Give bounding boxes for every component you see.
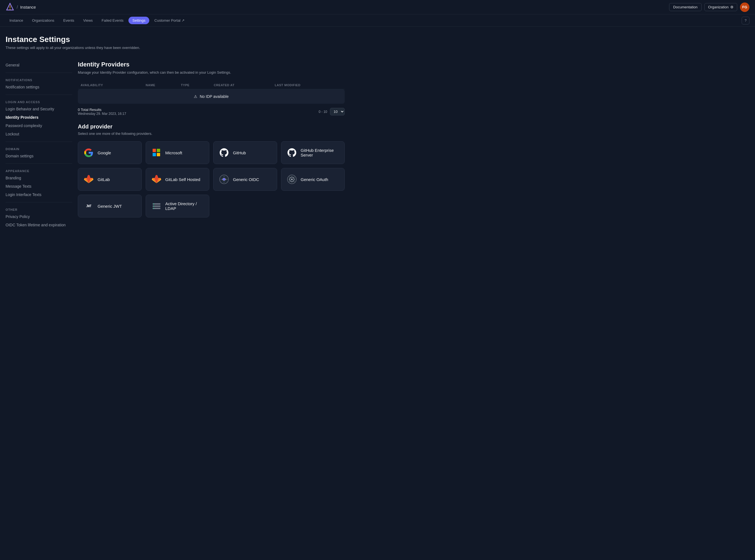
col-name: NAME (143, 81, 178, 89)
tab-organizations[interactable]: Organizations (28, 17, 58, 24)
provider-github-enterprise[interactable]: GitHub Enterprise Server (281, 141, 345, 164)
table-footer: 0 Total Results Wednesday 29. Mar 2023, … (78, 107, 345, 116)
jwt-label: Generic JWT (98, 204, 122, 208)
breadcrumb-sep: / (17, 5, 18, 10)
github-enterprise-label: GitHub Enterprise Server (301, 148, 339, 157)
topbar-right: Documentation Organization ⚙ FG (669, 2, 750, 12)
sidebar-item-password-complexity[interactable]: Password complexity (5, 121, 72, 130)
sidebar: General NOTIFICATIONS Notification setti… (5, 61, 72, 229)
svg-point-2 (10, 9, 11, 10)
organization-label: Organization (708, 5, 729, 9)
main-content: General NOTIFICATIONS Notification setti… (0, 53, 356, 238)
avatar[interactable]: FG (740, 2, 750, 12)
gitlab-icon (84, 174, 94, 184)
sidebar-item-lockout[interactable]: Lockout (5, 130, 72, 138)
github-icon (219, 148, 229, 158)
provider-generic-oauth[interactable]: Generic OAuth (281, 168, 345, 191)
logo-icon (5, 3, 15, 12)
external-link-icon: ↗ (182, 18, 185, 22)
sidebar-item-branding[interactable]: Branding (5, 174, 72, 182)
topbar-left: / Instance (5, 3, 36, 12)
provider-google[interactable]: Google (78, 141, 142, 164)
idp-table: AVAILABILITY NAME TYPE CREATED AT LAST M… (78, 81, 345, 89)
result-date: Wednesday 29. Mar 2023, 16:17 (78, 112, 126, 116)
provider-generic-oidc[interactable]: Generic OIDC (213, 168, 277, 191)
github-enterprise-icon (287, 148, 297, 158)
oidc-icon (219, 174, 229, 184)
sidebar-section-notifications: NOTIFICATIONS (5, 78, 72, 82)
content-area: Identity Providers Manage your Identity … (72, 61, 350, 229)
google-icon (84, 148, 94, 158)
gitlab-self-hosted-icon (151, 174, 162, 184)
provider-microsoft[interactable]: Microsoft (146, 141, 210, 164)
total-results: 0 Total Results (78, 107, 126, 112)
sidebar-item-login-interface-texts[interactable]: Login Interface Texts (5, 191, 72, 199)
gitlab-self-hosted-label: GitLab Self Hosted (165, 177, 200, 182)
provider-gitlab[interactable]: GitLab (78, 168, 142, 191)
sidebar-item-login-behavior[interactable]: Login Behavior and Security (5, 105, 72, 113)
provider-github[interactable]: GitHub (213, 141, 277, 164)
jwt-icon: JWT (84, 201, 94, 211)
identity-providers-title: Identity Providers (78, 61, 345, 68)
pagination-range: 0 - 10 (319, 110, 327, 114)
oauth-icon (287, 174, 297, 184)
provider-generic-jwt[interactable]: JWT Generic JWT (78, 195, 142, 217)
provider-gitlab-self-hosted[interactable]: GitLab Self Hosted (146, 168, 210, 191)
ldap-label: Active Directory / LDAP (165, 201, 204, 211)
sidebar-item-identity-providers[interactable]: Identity Providers (5, 113, 72, 121)
github-label: GitHub (233, 151, 246, 155)
sidebar-item-oidc-token[interactable]: OIDC Token lifetime and expiration (5, 221, 72, 229)
documentation-button[interactable]: Documentation (669, 3, 701, 11)
col-availability: AVAILABILITY (78, 81, 143, 89)
ldap-icon (151, 201, 162, 211)
microsoft-label: Microsoft (165, 151, 182, 155)
sidebar-item-domain-settings[interactable]: Domain settings (5, 152, 72, 160)
tab-events[interactable]: Events (59, 17, 78, 24)
oidc-label: Generic OIDC (233, 177, 259, 182)
col-last-modified: LAST MODIFIED (272, 81, 345, 89)
tab-settings[interactable]: Settings (128, 17, 149, 24)
svg-point-4 (223, 178, 225, 180)
sidebar-section-login: LOGIN AND ACCESS (5, 100, 72, 104)
tab-instance[interactable]: Instance (5, 17, 27, 24)
sidebar-section-appearance: APPEARANCE (5, 169, 72, 173)
sidebar-section-domain: DOMAIN (5, 147, 72, 151)
col-type: TYPE (178, 81, 211, 89)
gear-icon: ⚙ (730, 5, 734, 9)
no-idp-message: No IDP available (200, 94, 228, 99)
page-title: Instance Settings (5, 35, 750, 44)
google-label: Google (98, 151, 111, 155)
no-idp-row: ⚠ No IDP available (78, 89, 345, 104)
page-subtitle: These settings will apply to all your or… (5, 46, 750, 50)
sidebar-section-other: OTHER (5, 208, 72, 211)
identity-providers-desc: Manage your Identity Provider configurat… (78, 71, 345, 75)
tab-customer-portal[interactable]: Customer Portal ↗ (150, 17, 188, 24)
tab-failed-events[interactable]: Failed Events (98, 17, 128, 24)
svg-point-13 (153, 208, 154, 209)
table-footer-left: 0 Total Results Wednesday 29. Mar 2023, … (78, 107, 126, 116)
provider-active-directory[interactable]: Active Directory / LDAP (146, 195, 210, 217)
gitlab-label: GitLab (98, 177, 110, 182)
provider-grid: Google Microsoft (78, 141, 345, 217)
warning-icon: ⚠ (194, 94, 197, 99)
col-created-at: CREATED AT (211, 81, 272, 89)
tab-views[interactable]: Views (79, 17, 97, 24)
page-header: Instance Settings These settings will ap… (0, 27, 755, 53)
page-size-select[interactable]: 10 25 50 (330, 108, 345, 115)
add-provider-title: Add provider (78, 123, 345, 130)
organization-button[interactable]: Organization ⚙ (705, 3, 737, 11)
svg-point-12 (153, 206, 154, 206)
sidebar-item-privacy-policy[interactable]: Privacy Policy (5, 213, 72, 221)
svg-point-7 (291, 179, 293, 180)
topbar: / Instance Documentation Organization ⚙ … (0, 0, 755, 15)
svg-point-11 (153, 203, 154, 204)
nav-tabs: Instance Organizations Events Views Fail… (0, 15, 755, 27)
breadcrumb-instance: Instance (20, 5, 36, 9)
help-button[interactable]: ? (742, 17, 750, 24)
sidebar-item-notification-settings[interactable]: Notification settings (5, 83, 72, 91)
table-footer-right: 0 - 10 10 25 50 (319, 108, 345, 115)
sidebar-item-general[interactable]: General (5, 61, 72, 69)
microsoft-icon (151, 148, 162, 158)
sidebar-item-message-texts[interactable]: Message Texts (5, 182, 72, 191)
add-provider-desc: Select one ore more of the following pro… (78, 132, 345, 136)
